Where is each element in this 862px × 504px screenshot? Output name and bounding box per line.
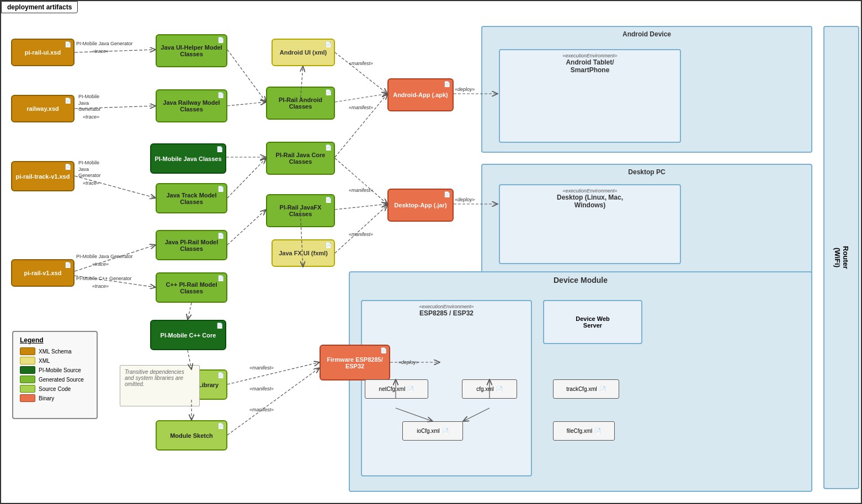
trace-label-4: «trace» [92,261,109,267]
note-box: Transitive dependencies and system libra… [120,365,200,406]
doc-icon-26: 📄 [594,428,601,434]
router-box: Router(WiFi) [823,26,859,489]
esp-env-title: «executionEnvironment» ESP8285 / ESP32 [419,303,473,317]
doc-icon-16: 📄 [325,89,332,95]
javafx-ui-label: Java FX UI (fxml) [279,250,328,256]
android-tablet-box: «executionEnvironment» Android Tablet/Sm… [499,49,681,143]
svg-line-13 [335,52,387,94]
trace-label-2: «trace» [83,114,99,120]
cpp-pirail-model-label: C++ PI-Rail Model Classes [160,281,223,294]
desktop-exec-env-label: «executionEnvironment» [562,188,617,194]
svg-line-14 [335,94,387,102]
device-module-title: Device Module [554,276,608,285]
doc-icon-7: 📄 [216,146,223,152]
firmware-node: Firmware ESP8285/ ESP32 📄 [320,345,390,380]
pirail-java-core-label: PI-Rail Java Core Classes [270,152,331,165]
railway-xsd-node: railway.xsd 📄 [11,95,75,122]
device-web-server-label: Device WebServer [576,315,610,329]
note-text: Transitive dependencies and system libra… [125,369,184,387]
svg-line-17 [335,204,387,210]
doc-icon-3: 📄 [65,164,71,170]
desktop-app-node: Desktop-App (.jar) 📄 [387,189,454,222]
pirail-android-classes-label: PI-Rail Android Classes [270,96,331,110]
cfg-xml-label: cfg.xml [476,386,494,392]
xml-color [20,357,35,364]
svg-line-15 [335,94,387,157]
manifest-label-2: «manifest» [349,105,373,110]
doc-icon-6: 📄 [217,92,224,98]
pimobile-cpp-core-label: PI-Mobile C++ Core [161,332,216,339]
android-tablet-title: «executionEnvironment» Android Tablet/Sm… [562,52,617,74]
svg-line-1 [75,50,156,52]
java-ui-helper-node: Java UI-Helper Model Classes 📄 [156,34,227,67]
xml-schema-color [20,347,35,355]
svg-line-7 [227,102,266,106]
javafx-ui-node: Java FX UI (fxml) 📄 [272,239,335,267]
pi-rail-v1-xsd-node: pi-rail-v1.xsd 📄 [11,259,75,287]
gen-label-5: PI-Mobile C++ Generator [76,276,148,281]
java-railway-model-node: Java Railway Model Classes 📄 [156,89,227,122]
trace-label-3: «trace» [83,180,99,186]
svg-line-18 [335,205,387,253]
desktop-pc-container: Desktop PC «executionEnvironment» Deskto… [481,164,812,274]
binary-legend-label: Binary [39,395,54,401]
doc-icon-8: 📄 [217,186,224,192]
doc-icon-9: 📄 [217,233,224,239]
trace-label-5: «trace» [92,283,109,289]
railway-xsd-label: railway.xsd [26,105,59,112]
doc-icon-21: 📄 [444,191,450,197]
desktop-env-title: «executionEnvironment» Desktop (Linux, M… [557,187,623,209]
android-exec-env-label: «executionEnvironment» [562,53,617,58]
svg-line-6 [227,50,266,102]
module-sketch-node: Module Sketch 📄 [156,420,227,451]
legend-item-5: Source Code [20,385,90,393]
android-app-node: Android-App (.apk) 📄 [387,78,454,111]
pi-rail-track-xsd-node: pi-rail-track-v1.xsd 📄 [11,161,75,191]
manifest-label-5: «manifest» [249,365,274,371]
doc-icon-14: 📄 [325,41,332,47]
module-sketch-label: Module Sketch [170,432,213,439]
manifest-label-3: «manifest» [349,187,373,193]
doc-icon-11: 📄 [216,323,223,329]
xml-legend-label: XML [39,358,50,364]
manifest-label-6: «manifest» [249,386,274,392]
svg-line-25 [227,368,320,435]
desktop-app-label: Desktop-App (.jar) [394,202,446,208]
legend-item-2: XML [20,357,90,364]
pimobile-source-color [20,366,35,374]
android-device-title: Android Device [622,30,671,38]
doc-icon-4: 📄 [65,262,71,268]
cfg-xml-file: cfg.xml 📄 [462,379,517,399]
esp-env-label: ESP8285 / ESP32 [419,309,473,317]
doc-icon-25: 📄 [442,428,449,434]
file-cfg-file: fileCfg.xml 📄 [553,421,615,441]
android-ui-xml-label: Android UI (xml) [280,49,327,56]
pi-rail-ui-xsd-node: pi-rail-ui.xsd 📄 [11,39,75,66]
manifest-label-7: «manifest» [249,407,274,412]
desktop-env-label: Desktop (Linux, Mac,Windows) [557,194,623,209]
pirail-javafx-classes-label: PI-Rail JavaFX Classes [270,204,331,217]
diagram-container: deployment artifacts Router(WiFi) Androi… [0,0,862,504]
doc-icon-23: 📄 [496,386,503,392]
java-ui-helper-label: Java UI-Helper Model Classes [160,44,223,57]
manifest-label-1: «manifest» [349,61,373,66]
pimobile-source-legend-label: PI-Mobile Source [39,367,81,373]
legend-item-1: XML Schema [20,347,90,355]
gen-label-2: PI-MobileJavaGenerator [78,94,117,113]
pimobile-cpp-core-node: PI-Mobile C++ Core 📄 [150,320,226,350]
esp-exec-env-label: «executionEnvironment» [419,304,473,309]
java-track-model-node: Java Track Model Classes 📄 [156,183,227,213]
doc-icon-24: 📄 [599,386,606,392]
java-pirail-model-label: Java PI-Rail Model Classes [160,239,223,252]
generated-source-legend-label: Generated Source [39,377,84,383]
diagram-title: deployment artifacts [1,1,78,13]
io-cfg-file: ioCfg.xml 📄 [402,421,463,441]
binary-color [20,394,35,402]
doc-icon-1: 📄 [65,41,71,47]
android-ui-xml-node: Android UI (xml) 📄 [272,39,335,66]
net-cfg-label: netCfg.xml [379,386,406,392]
pimobile-java-classes-node: PI-Mobile Java Classes 📄 [150,143,226,174]
source-code-legend-label: Source Code [39,386,71,392]
doc-icon-17: 📄 [325,144,332,151]
gen-label-4: PI-Mobile Java Generator [76,254,148,259]
